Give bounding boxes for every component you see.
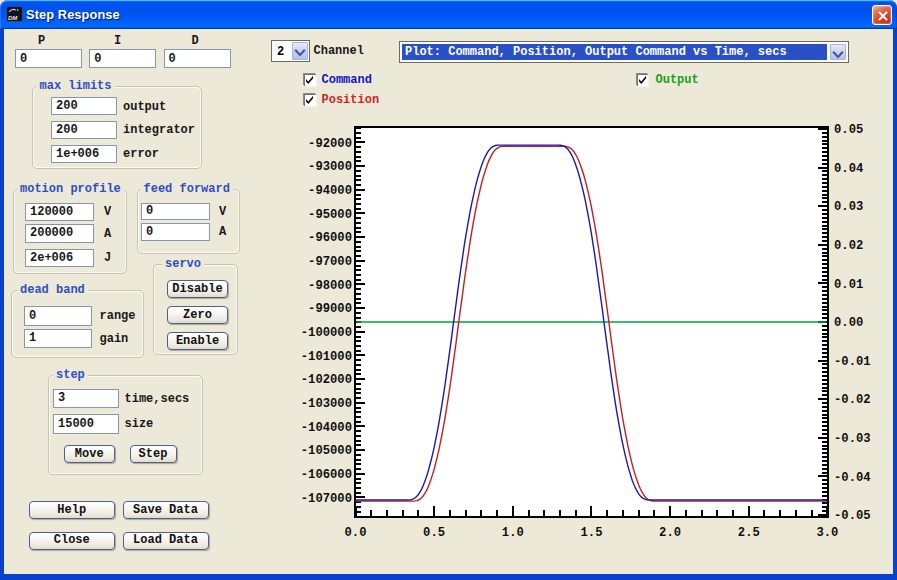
- svg-text:-95000: -95000: [308, 208, 352, 222]
- svg-text:1.5: 1.5: [581, 526, 603, 540]
- svg-text:-0.02: -0.02: [834, 393, 871, 407]
- svg-text:2.5: 2.5: [738, 526, 760, 540]
- svg-text:-106000: -106000: [301, 468, 352, 482]
- svg-text:-98000: -98000: [308, 279, 352, 293]
- svg-text:0.00: 0.00: [834, 316, 863, 330]
- svg-text:-0.04: -0.04: [834, 471, 871, 485]
- svg-text:-97000: -97000: [308, 255, 352, 269]
- svg-text:-96000: -96000: [308, 231, 352, 245]
- svg-text:0.0: 0.0: [345, 526, 367, 540]
- svg-text:-0.01: -0.01: [834, 355, 871, 369]
- svg-text:-100000: -100000: [301, 326, 352, 340]
- svg-text:1.0: 1.0: [502, 526, 524, 540]
- svg-text:-99000: -99000: [308, 302, 352, 316]
- svg-text:0.04: 0.04: [834, 162, 863, 176]
- svg-text:-105000: -105000: [301, 444, 352, 458]
- svg-text:-101000: -101000: [301, 350, 352, 364]
- svg-text:-93000: -93000: [308, 160, 352, 174]
- svg-text:-0.05: -0.05: [834, 509, 871, 523]
- svg-text:-104000: -104000: [301, 421, 352, 435]
- svg-text:-102000: -102000: [301, 373, 352, 387]
- svg-text:-103000: -103000: [301, 397, 352, 411]
- svg-text:-94000: -94000: [308, 184, 352, 198]
- svg-text:-0.03: -0.03: [834, 432, 871, 446]
- svg-text:0.05: 0.05: [834, 123, 863, 137]
- svg-text:0.03: 0.03: [834, 200, 863, 214]
- svg-text:0.02: 0.02: [834, 239, 863, 253]
- svg-text:-92000: -92000: [308, 137, 352, 151]
- svg-text:0.01: 0.01: [834, 278, 863, 292]
- svg-text:0.5: 0.5: [423, 526, 445, 540]
- svg-text:-107000: -107000: [301, 492, 352, 506]
- svg-text:2.0: 2.0: [659, 526, 681, 540]
- svg-text:3.0: 3.0: [816, 526, 838, 540]
